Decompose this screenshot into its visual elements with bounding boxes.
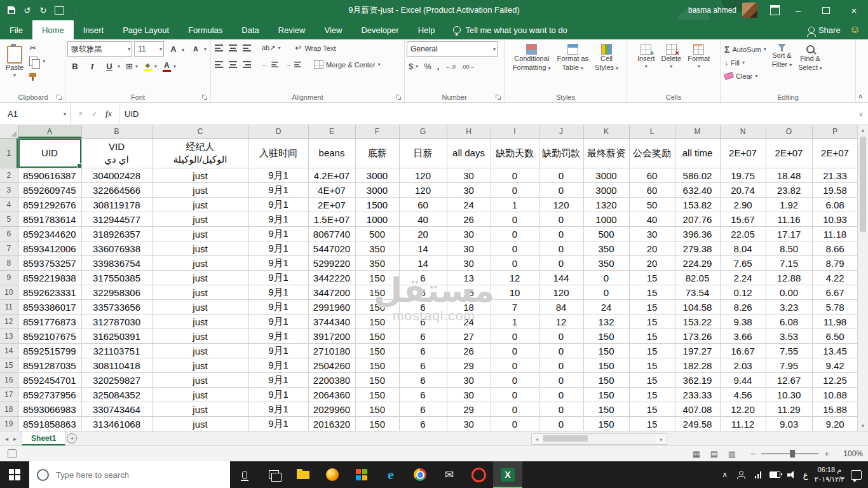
cell-G13[interactable]: 6: [399, 329, 447, 344]
account-name[interactable]: basma ahmed: [688, 6, 736, 15]
cell-K4[interactable]: 1320: [583, 198, 629, 212]
cell-E4[interactable]: 2E+07: [308, 198, 355, 212]
cell-P12[interactable]: 11.98: [812, 315, 858, 329]
row-header-3[interactable]: 3: [0, 183, 18, 198]
cell-O19[interactable]: 9.03: [766, 417, 812, 431]
cell-G10[interactable]: 6: [399, 285, 447, 300]
firefox-button[interactable]: [318, 461, 347, 488]
conditional-formatting-button[interactable]: Conditional Formatting ▾: [510, 41, 553, 72]
row-header-7[interactable]: 7: [0, 241, 18, 256]
cell-E6[interactable]: 8067740: [308, 227, 355, 241]
increase-indent-button[interactable]: →: [283, 58, 304, 71]
row-header-11[interactable]: 11: [0, 300, 18, 315]
cell-H6[interactable]: 30: [447, 227, 491, 241]
task-view-button[interactable]: [259, 461, 288, 488]
cell-K11[interactable]: 24: [583, 300, 629, 315]
cell-F5[interactable]: 1000: [355, 212, 399, 227]
scroll-down-arrow[interactable]: ▼: [858, 421, 868, 431]
cell-M1[interactable]: all time: [675, 139, 720, 168]
row-header-1[interactable]: 1: [0, 139, 18, 168]
cell-I17[interactable]: 0: [491, 388, 539, 402]
cell-L5[interactable]: 40: [629, 212, 675, 227]
normal-view-button[interactable]: ▦: [689, 447, 704, 460]
cell-D5[interactable]: 9月1: [248, 212, 308, 227]
print-preview-button[interactable]: [51, 2, 67, 18]
cell-N12[interactable]: 9.38: [720, 315, 766, 329]
cell-K17[interactable]: 150: [583, 388, 629, 402]
name-box-input[interactable]: [6, 109, 46, 119]
cell-N16[interactable]: 9.44: [720, 373, 766, 388]
cell-L11[interactable]: 15: [629, 300, 675, 315]
cell-H15[interactable]: 29: [447, 358, 491, 373]
edge-button[interactable]: e: [376, 461, 405, 488]
cell-B13[interactable]: 316250391: [81, 329, 152, 344]
cell-M9[interactable]: 82.05: [675, 271, 720, 285]
cell-G14[interactable]: 6: [399, 344, 447, 358]
cell-C18[interactable]: just: [152, 402, 248, 417]
cell-I7[interactable]: 0: [491, 241, 539, 256]
formula-content[interactable]: UID: [119, 103, 854, 125]
cell-I15[interactable]: 0: [491, 358, 539, 373]
column-header-P[interactable]: P: [812, 125, 858, 139]
row-header-14[interactable]: 14: [0, 344, 18, 358]
cell-H14[interactable]: 26: [447, 344, 491, 358]
cell-P5[interactable]: 10.93: [812, 212, 858, 227]
italic-button[interactable]: I: [85, 60, 100, 73]
language-indicator[interactable]: ع: [803, 470, 808, 480]
share-button[interactable]: Share: [801, 20, 848, 39]
ribbon-tab-developer[interactable]: Developer: [351, 20, 408, 39]
cell-L10[interactable]: 15: [629, 285, 675, 300]
cell-F6[interactable]: 500: [355, 227, 399, 241]
row-header-15[interactable]: 15: [0, 358, 18, 373]
cell-L18[interactable]: 15: [629, 402, 675, 417]
cell-B14[interactable]: 321103751: [81, 344, 152, 358]
comma-style-button[interactable]: ,: [435, 60, 442, 73]
cell-I5[interactable]: 0: [491, 212, 539, 227]
battery-icon[interactable]: [770, 468, 780, 481]
cell-D6[interactable]: 9月1: [248, 227, 308, 241]
cell-E18[interactable]: 2029960: [308, 402, 355, 417]
cell-L13[interactable]: 15: [629, 329, 675, 344]
row-header-5[interactable]: 5: [0, 212, 18, 227]
cell-L1[interactable]: 公会奖励: [629, 139, 675, 168]
cell-M12[interactable]: 153.22: [675, 315, 720, 329]
align-bottom-button[interactable]: [241, 41, 253, 55]
cell-D15[interactable]: 9月1: [248, 358, 308, 373]
cell-J8[interactable]: 0: [539, 256, 583, 271]
cell-B8[interactable]: 339836754: [81, 256, 152, 271]
cell-N7[interactable]: 8.04: [720, 241, 766, 256]
avatar[interactable]: [742, 3, 757, 18]
cell-M7[interactable]: 279.38: [675, 241, 720, 256]
microphone-button[interactable]: [230, 461, 259, 488]
name-box[interactable]: ▾: [0, 103, 71, 125]
cell-M11[interactable]: 104.58: [675, 300, 720, 315]
cell-H2[interactable]: 30: [447, 168, 491, 183]
cell-D1[interactable]: 入驻时间: [248, 139, 308, 168]
cell-G6[interactable]: 20: [399, 227, 447, 241]
collapse-ribbon-button[interactable]: ∧: [858, 92, 863, 100]
cell-P16[interactable]: 12.25: [812, 373, 858, 388]
cell-L2[interactable]: 60: [629, 168, 675, 183]
fill-color-button[interactable]: ◆ ▾: [142, 60, 159, 73]
cell-H19[interactable]: 30: [447, 417, 491, 431]
confirm-entry-button[interactable]: ✓: [88, 107, 101, 120]
column-header-J[interactable]: J: [539, 125, 583, 139]
insert-function-button[interactable]: fx: [102, 107, 115, 120]
decrease-indent-button[interactable]: ←: [260, 58, 281, 71]
cell-J19[interactable]: 0: [539, 417, 583, 431]
cell-A3[interactable]: 8592609745: [18, 183, 81, 198]
column-header-K[interactable]: K: [583, 125, 629, 139]
cell-A7[interactable]: 8593412006: [18, 241, 81, 256]
cell-O17[interactable]: 10.30: [766, 388, 812, 402]
cell-F7[interactable]: 350: [355, 241, 399, 256]
cell-O13[interactable]: 3.53: [766, 329, 812, 344]
cell-A8[interactable]: 8593753257: [18, 256, 81, 271]
expand-formula-bar-button[interactable]: ∨: [854, 103, 868, 125]
cell-N1[interactable]: 2E+07: [720, 139, 766, 168]
merge-center-button[interactable]: Merge & Center▾: [312, 58, 383, 71]
cell-N15[interactable]: 2.03: [720, 358, 766, 373]
cell-L9[interactable]: 15: [629, 271, 675, 285]
cell-K15[interactable]: 150: [583, 358, 629, 373]
cell-O4[interactable]: 1.92: [766, 198, 812, 212]
cell-D2[interactable]: 9月1: [248, 168, 308, 183]
